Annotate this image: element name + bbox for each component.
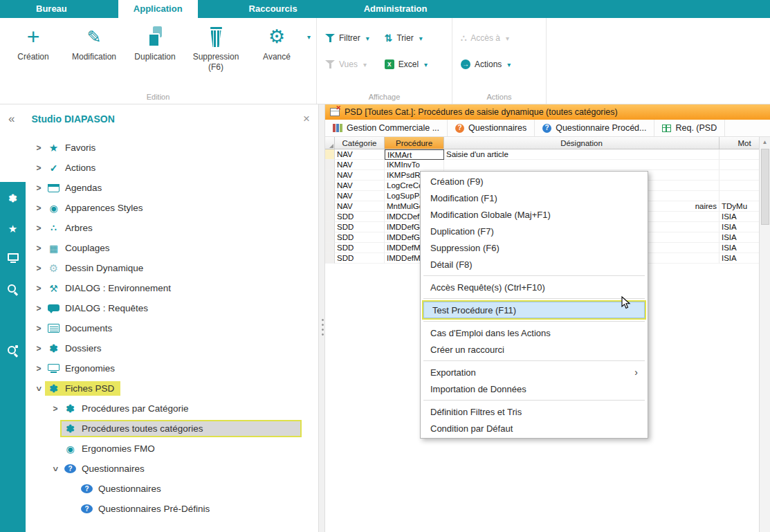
tree-item-procedures-toutes-categories[interactable]: Procédures toutes catégories — [26, 419, 318, 439]
doc-tab-gestion-commerciale[interactable]: Gestion Commerciale ... — [325, 120, 448, 136]
menu-item-creation-f9[interactable]: Création (F9) — [422, 173, 646, 190]
tree-item-content: Favoris — [45, 140, 102, 155]
tree-item-favoris[interactable]: >Favoris — [26, 138, 318, 158]
tree-item-content: Ergonomies FMO — [62, 441, 161, 456]
tree-item-ergonomies-fmo[interactable]: Ergonomies FMO — [26, 439, 318, 459]
psd-window-icon — [330, 108, 340, 116]
ribbon-group-label: Edition — [0, 93, 316, 101]
menu-item-duplication-f7[interactable]: Duplication (F7) — [422, 223, 646, 239]
tree-item-apparences-styles[interactable]: >Apparences Styles — [26, 198, 318, 218]
button-filtrer[interactable]: Filtrer▾ — [325, 33, 369, 44]
column-header-procedure[interactable]: Procédure — [385, 137, 444, 149]
tree-item-questionnaires[interactable]: Questionnaires — [26, 479, 318, 499]
chevron-icon[interactable]: > — [33, 284, 45, 293]
chevron-icon[interactable]: > — [33, 163, 45, 173]
menu-item-creer-un-raccourci[interactable]: Créer un raccourci — [422, 341, 646, 358]
button-actions[interactable]: Actions▾ — [461, 59, 511, 70]
tree-item-dossiers[interactable]: >Dossiers — [26, 338, 318, 358]
chevron-icon[interactable]: > — [33, 364, 45, 374]
tree-item-actions[interactable]: >Actions — [26, 158, 318, 178]
doc-tab-req-psd[interactable]: Req. (PSD — [654, 120, 725, 136]
ribbon-tab-bureau[interactable]: Bureau — [21, 0, 82, 18]
doc-tab-questionnaire-proced[interactable]: Questionnaire Procéd... — [535, 120, 654, 136]
button-label: Création — [17, 52, 48, 62]
rail-search-badge-icon[interactable] — [8, 344, 18, 356]
flower-icon — [64, 403, 76, 414]
close-sidebar-icon[interactable]: × — [303, 112, 310, 126]
menu-item-suppression-f6[interactable]: Suppression (F6) — [422, 239, 646, 256]
cell-procedure[interactable]: IKMArt — [385, 149, 444, 160]
chevron-icon[interactable]: > — [33, 264, 45, 273]
table-row[interactable]: NAVIKMInvTo — [325, 160, 770, 170]
chevron-icon[interactable]: > — [33, 203, 45, 213]
scrollbar-thumb[interactable] — [761, 149, 769, 225]
chevron-icon[interactable]: > — [51, 463, 60, 475]
ribbon-tab-application[interactable]: Application — [118, 0, 198, 18]
menu-item-modification-f1[interactable]: Modification (F1) — [422, 190, 646, 206]
button-avance[interactable]: Avancé▾ — [246, 25, 307, 73]
column-header-designation[interactable]: Désignation — [444, 137, 719, 149]
menu-item-condition-par-defaut[interactable]: Condition par Défaut — [422, 420, 646, 437]
menu-item-modification-globale-maj-f1[interactable]: Modification Globale (Maj+F1) — [422, 206, 646, 223]
tree-item-questionnaires[interactable]: >Questionnaires — [26, 459, 318, 479]
rail-search-icon[interactable] — [8, 283, 18, 295]
vertical-scrollbar[interactable]: ▲ — [759, 137, 770, 532]
chevron-icon[interactable]: > — [33, 244, 45, 253]
column-header-categorie[interactable]: Catégorie — [335, 137, 385, 149]
menu-item-detail-f8[interactable]: Détail (F8) — [422, 256, 646, 273]
tree-item-procedures-par-categorie[interactable]: >Procédures par Catégorie — [26, 398, 318, 419]
menu-item-label: Création (F9) — [430, 176, 484, 187]
rail-monitor-icon[interactable] — [8, 253, 19, 265]
ribbon-tab-administration[interactable]: Administration — [349, 0, 443, 18]
tree-item-dialog-environnement[interactable]: >DIALOG : Environnement — [26, 278, 318, 298]
menu-item-cas-d-emploi-dans-les-actions[interactable]: Cas d'Emploi dans les Actions — [422, 324, 646, 341]
chevron-icon[interactable]: > — [33, 183, 45, 193]
menu-item-definition-filtres-et-tris[interactable]: Définition Filtres et Tris — [422, 403, 646, 420]
cell-procedure[interactable]: IKMInvTo — [385, 160, 444, 170]
button-duplication[interactable]: Duplication — [125, 25, 185, 73]
menu-item-exportation[interactable]: Exportation› — [422, 364, 646, 380]
tree-item-documents[interactable]: >Documents — [26, 318, 318, 338]
button-trier[interactable]: Trier▾ — [385, 33, 428, 44]
button-creation[interactable]: Création — [3, 25, 64, 73]
tree-item-agendas[interactable]: >Agendas — [26, 178, 318, 198]
menu-item-importation-de-donnees[interactable]: Importation de Données — [422, 380, 646, 397]
chevron-icon[interactable]: > — [33, 143, 45, 153]
tree-item-couplages[interactable]: >Couplages — [26, 238, 318, 258]
chevron-icon[interactable]: > — [33, 223, 45, 233]
star-icon — [48, 143, 59, 153]
cell-categorie: NAV — [335, 170, 385, 181]
chevron-icon[interactable]: > — [34, 383, 44, 395]
chevron-icon[interactable]: > — [33, 344, 45, 354]
tree-item-fiches-psd[interactable]: >Fiches PSD — [26, 378, 318, 398]
doc-tab-questionnaires[interactable]: Questionnaires — [448, 120, 535, 136]
button-excel[interactable]: Excel▾ — [385, 59, 428, 70]
collapse-sidebar-icon[interactable]: « — [8, 112, 15, 126]
chevron-icon[interactable]: > — [33, 324, 45, 333]
tree-item-ergonomies[interactable]: >Ergonomies — [26, 358, 318, 378]
ribbon-tab-raccourcis[interactable]: Raccourcis — [234, 0, 313, 18]
rail-flower-icon[interactable] — [8, 192, 17, 204]
tree-item-dialog-requetes[interactable]: >DIALOG : Requêtes — [26, 298, 318, 318]
tree-item-content: Questionnaires — [62, 461, 151, 476]
button-suppression-f6[interactable]: Suppression (F6) — [185, 25, 246, 73]
ribbon-group-actions: Accès à▾Actions▾Actions — [452, 18, 547, 104]
chevron-icon[interactable]: > — [33, 304, 45, 313]
tree-item-dessin-dynamique[interactable]: >Dessin Dynamique — [26, 258, 318, 278]
tree-icon — [48, 223, 59, 232]
panel-splitter[interactable] — [318, 104, 325, 532]
tree-item-arbres[interactable]: >Arbres — [26, 218, 318, 238]
menu-item-acces-requete-s-ctrl-f10[interactable]: Accès Requête(s) (Ctrl+F10) — [422, 279, 646, 295]
rail-star-icon[interactable] — [8, 222, 17, 235]
chevron-icon[interactable]: > — [49, 404, 62, 414]
table-row[interactable]: NAVIKMArtSaisie d'un article — [325, 149, 770, 160]
scroll-up-icon[interactable]: ▲ — [762, 137, 768, 147]
button-modification[interactable]: Modification — [64, 25, 125, 73]
tree-item-content: Couplages — [45, 241, 116, 255]
flower-icon — [8, 193, 17, 203]
tree-item-questionnaires-pre-definis[interactable]: Questionnaires Pré-Définis — [26, 499, 318, 519]
dropdown-caret-icon: ▾ — [506, 35, 509, 42]
tree-item-label: Ergonomies — [65, 363, 115, 374]
menu-item-test-procedure-f11[interactable]: Test Procédure (F11) — [423, 302, 645, 318]
menu-item-label: Modification Globale (Maj+F1) — [430, 210, 551, 220]
